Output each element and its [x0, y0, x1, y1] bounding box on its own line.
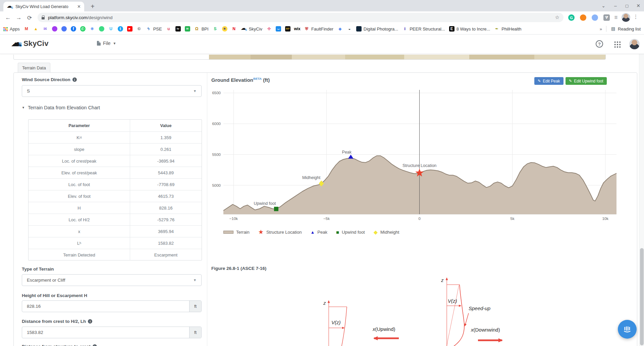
bookmark-mf[interactable]: MF	[285, 26, 290, 32]
bookmark-tradingview[interactable]: tv	[175, 26, 181, 32]
intercom-chat-button[interactable]	[618, 320, 637, 339]
gmail-icon: M	[24, 26, 29, 32]
parameter-cell: Loc. of H/2	[29, 214, 130, 225]
metamask-extension-icon[interactable]	[580, 14, 586, 21]
terrain-data-section-toggle[interactable]: ▼ Terrain Data from Elevation Chart	[22, 105, 100, 110]
bookmark-gmail[interactable]: M	[24, 26, 29, 32]
tab-search-icon[interactable]: ⌄	[599, 1, 608, 10]
z-axis-label: z	[441, 277, 444, 283]
padlock-icon[interactable]	[42, 17, 45, 19]
bookmarks-overflow-icon[interactable]: »	[600, 26, 602, 32]
bookmark-bpi[interactable]: ΩBPI	[194, 26, 209, 32]
bookmark-dark-globe[interactable]: ◒	[347, 26, 352, 32]
sidebar-list-icon[interactable]: ☰	[613, 14, 619, 21]
type-of-terrain-select[interactable]: Escarpment or Cliff▼	[22, 274, 202, 286]
browser-menu-icon[interactable]: ⋮	[633, 14, 638, 20]
tab-terrain-data[interactable]: Terrain Data	[18, 63, 50, 73]
height-input[interactable]: 828.16	[22, 301, 189, 312]
bookmark-twitter[interactable]: t	[118, 26, 123, 32]
reload-icon[interactable]: ⟳	[25, 14, 34, 22]
speed-up-label: Speed-up	[469, 305, 490, 311]
bookmark-intercom-app[interactable]: ⌣	[276, 26, 281, 32]
bookmark-label: 8 Ways to Incre...	[457, 26, 490, 32]
skyciv-cloud-icon: ☁S	[11, 39, 22, 49]
bookmark-wix[interactable]: wix	[294, 26, 300, 32]
bookmark-apps[interactable]: Apps	[3, 26, 20, 32]
bookmark-green-bars[interactable]: III	[185, 26, 190, 32]
info-icon[interactable]: i	[72, 77, 77, 82]
ground-elevation-chart[interactable]: 5000550060006500−10k−5k05k10kStructure L…	[211, 84, 624, 228]
window-close-button[interactable]: ✕	[634, 1, 643, 10]
page-scrollbar[interactable]	[639, 35, 644, 346]
bookmark-slack[interactable]: ✣	[266, 26, 272, 32]
new-tab-button[interactable]: +	[88, 2, 97, 11]
parameter-cell: slope	[29, 143, 130, 155]
tab-close-icon[interactable]: ✕	[77, 4, 81, 9]
bookmark-drive[interactable]: ▲	[33, 26, 39, 32]
edit-peak-button[interactable]: ✎Edit Peak	[534, 77, 564, 85]
table-row: Elev. of foot4615.73	[29, 190, 202, 202]
skyciv-logo[interactable]: ☁S SkyCiv	[11, 39, 49, 49]
bookmark-copyright[interactable]: ©	[137, 26, 142, 32]
s-green-icon: S	[213, 26, 218, 32]
bookmark-digital-photography[interactable]: Digital Photogra...	[356, 26, 398, 32]
bookmark-netflix[interactable]: N	[231, 26, 237, 32]
reading-list-button[interactable]: ▤ Reading list	[610, 26, 641, 32]
info-icon[interactable]: i	[88, 319, 92, 324]
extensions-puzzle-icon[interactable]: ⧩	[603, 14, 610, 21]
bookmark-skyciv[interactable]: ☁SSkyCiv	[241, 26, 262, 32]
wind-source-direction-select[interactable]: S▼	[22, 85, 202, 97]
back-icon[interactable]: ←	[4, 14, 12, 22]
bookmark-eight-ways[interactable]: E8 Ways to Incre...	[449, 26, 490, 32]
philhealth-icon: ✒	[494, 26, 499, 32]
bookmark-purple-mail[interactable]: ✉	[43, 26, 48, 32]
window-minimize-button[interactable]: –	[611, 1, 620, 10]
table-row: H828.16	[29, 202, 202, 214]
address-bar[interactable]: platform.skyciv.com/design/wind ☆	[38, 13, 564, 22]
apps-grid-icon[interactable]	[614, 41, 621, 48]
bookmark-faultfinder[interactable]: ⛨FaultFinder	[304, 26, 333, 32]
bookmark-facebook[interactable]: f	[71, 26, 76, 32]
copyright-icon: ©	[137, 26, 142, 32]
forward-icon[interactable]: →	[15, 14, 23, 22]
window-maximize-button[interactable]: ▢	[623, 1, 631, 10]
bookmark-blue-gem[interactable]: ◆	[337, 26, 343, 32]
edit-upwind-foot-button[interactable]: ✎Edit Upwind foot	[566, 77, 607, 85]
bookmark-label: Apps	[10, 26, 20, 32]
bookmark-whatsapp[interactable]: ✆	[80, 26, 86, 32]
bookmark-philhealth[interactable]: ✒PhilHealth	[494, 26, 521, 32]
color-dots-icon: ❋	[90, 26, 95, 32]
bookmark-star-icon[interactable]: ☆	[555, 14, 559, 20]
user-avatar[interactable]	[629, 39, 640, 49]
bookmark-messenger[interactable]	[52, 26, 57, 32]
bookmark-blue-app[interactable]	[61, 26, 67, 32]
dark-globe-icon: ◒	[347, 26, 352, 32]
peer-icon: i	[402, 26, 408, 32]
x-upwind-label: x(Upwind)	[372, 326, 395, 332]
file-menu[interactable]: File ▼	[97, 41, 116, 46]
table-row: Loc. of foot-7708.69	[29, 178, 202, 190]
y-tick-label: 5000	[212, 183, 221, 187]
bookmark-youtube[interactable]: ▶	[127, 26, 132, 32]
bookmark-color-dots[interactable]: ❋	[90, 26, 95, 32]
browser-profile-avatar[interactable]	[622, 13, 630, 22]
bookmark-android[interactable]	[99, 26, 104, 32]
lh-input[interactable]: 1583.82	[22, 327, 189, 338]
bookmark-peer[interactable]: iPEER Structural...	[402, 26, 445, 32]
bookmark-s-green[interactable]: S	[213, 26, 218, 32]
wind-source-direction-label: Wind Source Directioni	[22, 77, 77, 82]
bookmark-bdo[interactable]: B	[222, 26, 227, 32]
grammarly-extension-icon[interactable]: G	[568, 14, 575, 21]
drive-icon: ▲	[33, 26, 39, 32]
bookmark-udemy[interactable]: u	[166, 26, 171, 32]
bookmark-pse[interactable]: ϟPSE	[146, 26, 162, 32]
scrollbar-thumb[interactable]	[640, 248, 644, 345]
bookmark-label: PEER Structural...	[410, 26, 445, 32]
bookmark-u-blue[interactable]: U	[108, 26, 114, 32]
extension-icon[interactable]	[592, 14, 598, 21]
help-icon[interactable]: ?	[596, 40, 603, 48]
browser-tab[interactable]: ☁S SkyCiv Wind Load Generato ✕	[3, 2, 84, 11]
app-header: ☁S SkyCiv File ▼ ?	[0, 35, 644, 54]
legend-item-upwind-foot: ■Upwind foot	[336, 230, 365, 235]
x-tick-label: 5k	[511, 217, 515, 221]
